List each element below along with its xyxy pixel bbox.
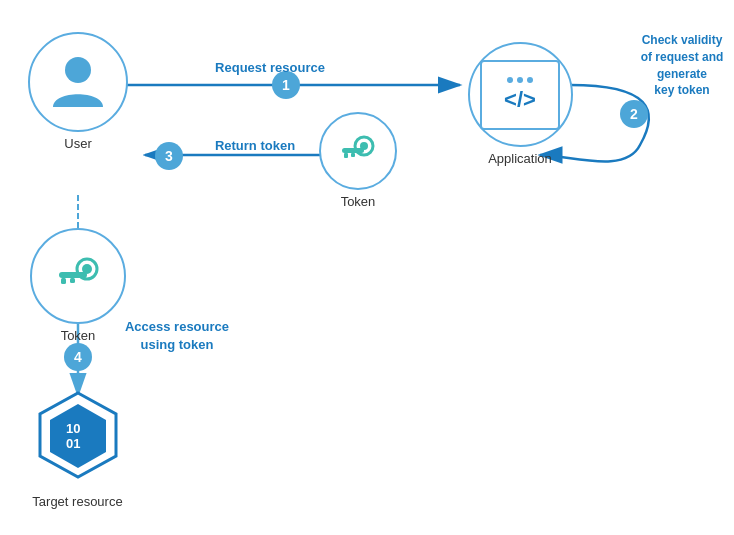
annotation-access-resource: Access resourceusing token (102, 318, 252, 354)
svg-rect-9 (342, 148, 364, 153)
annotation-request-resource: Request resource (190, 60, 350, 75)
token-bottom-label: Token (61, 328, 96, 343)
application-node: </> Application (470, 42, 570, 166)
svg-rect-15 (61, 278, 66, 284)
target-resource-icon: 10 01 (33, 390, 123, 490)
annotation-return-token: Return token (190, 138, 320, 153)
step-2-badge: 2 (620, 100, 648, 128)
diagram: User </> Application (0, 0, 734, 535)
svg-rect-16 (70, 278, 75, 283)
annotation-check-validity: Check validityof request andgeneratekey … (632, 32, 732, 99)
svg-text:10: 10 (66, 421, 80, 436)
step-3-badge: 3 (155, 142, 183, 170)
user-label: User (64, 136, 91, 151)
application-label: Application (488, 151, 552, 166)
user-icon (48, 52, 108, 112)
svg-rect-11 (351, 153, 355, 157)
token-mid-node: Token (318, 112, 398, 209)
svg-point-6 (65, 57, 91, 83)
application-icon: </> (480, 60, 560, 130)
step-1-badge: 1 (272, 71, 300, 99)
step-4-badge: 4 (64, 343, 92, 371)
target-resource-label: Target resource (32, 494, 122, 509)
token-bottom-icon (53, 251, 103, 301)
token-mid-icon (336, 129, 380, 173)
svg-rect-10 (344, 153, 348, 158)
svg-text:01: 01 (66, 436, 80, 451)
target-resource-node: 10 01 Target resource (20, 390, 135, 509)
user-node: User (28, 32, 128, 151)
svg-rect-14 (59, 272, 87, 278)
token-mid-label: Token (341, 194, 376, 209)
